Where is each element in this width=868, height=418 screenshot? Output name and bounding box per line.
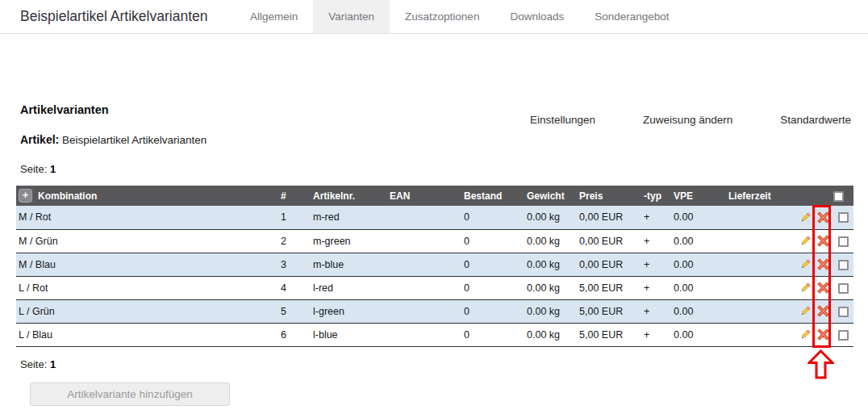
cell-bestand: 0 [461,206,524,229]
variant-row: M / Grün 2 m-green 0 0.00 kg 0,00 EUR + … [16,229,853,253]
row-checkbox[interactable] [838,330,849,341]
plus-icon[interactable]: + [19,189,32,203]
cell-preis: 5,00 EUR [577,299,641,323]
delete-x-icon[interactable] [817,328,829,341]
col-header-typ: -typ [641,186,671,206]
page-label: Seite: [20,163,47,175]
variants-table: +Kombination # Artikelnr. EAN Bestand Ge… [16,186,853,347]
cell-edit [795,253,813,276]
cell-nr: 3 [278,253,311,276]
cell-delete [813,276,831,299]
pencil-icon[interactable] [799,282,812,294]
cell-lieferzeit [726,299,795,323]
cell-ean [387,323,461,346]
cell-vpe: 0.00 [671,299,726,323]
cell-artikelnr: m-red [311,206,387,229]
cell-select [831,276,853,299]
col-header-nr: # [278,186,311,206]
cell-nr: 6 [278,323,311,346]
cell-kombination: L / Rot [16,276,278,299]
delete-x-icon[interactable] [817,235,829,247]
topbar: Beispielartikel Artikelvarianten Allgeme… [0,0,868,34]
cell-preis: 0,00 EUR [577,229,641,253]
cell-select [831,299,853,323]
cell-preis: 0,00 EUR [577,206,641,229]
cell-kombination: L / Grün [16,299,278,323]
variant-row: L / Grün 5 l-green 0 0.00 kg 5,00 EUR + … [16,299,853,323]
cell-nr: 2 [278,229,311,253]
row-checkbox[interactable] [838,212,849,223]
cell-delete [813,299,831,323]
row-checkbox[interactable] [838,236,849,247]
cell-kombination: M / Blau [16,253,278,276]
tab-sonderangebot[interactable]: Sonderangebot [579,0,684,33]
page-label: Seite: [20,358,47,370]
cell-nr: 1 [278,206,311,229]
pencil-icon[interactable] [799,235,812,247]
tab-varianten[interactable]: Varianten [313,0,390,33]
row-checkbox[interactable] [838,307,849,317]
cell-edit [795,206,813,229]
cell-preis: 0,00 EUR [577,253,641,276]
variant-row: M / Rot 1 m-red 0 0.00 kg 0,00 EUR + 0.0… [16,206,853,229]
col-header-select [831,186,853,206]
cell-ean [387,229,461,253]
cell-lieferzeit [726,229,795,253]
cell-typ: + [641,323,671,346]
row-checkbox[interactable] [838,260,849,270]
page-number: 1 [50,358,56,370]
pencil-icon[interactable] [799,305,812,317]
action-standardwerte[interactable]: Standardwerte [780,114,851,126]
cell-vpe: 0.00 [671,229,726,253]
cell-typ: + [641,206,671,229]
cell-gewicht: 0.00 kg [524,253,577,276]
cell-vpe: 0.00 [671,323,726,346]
cell-bestand: 0 [461,299,524,323]
delete-x-icon[interactable] [817,211,829,224]
cell-artikelnr: l-blue [311,323,387,346]
cell-preis: 5,00 EUR [577,323,641,346]
col-header-preis: Preis [577,186,641,206]
cell-edit [795,299,813,323]
pencil-icon[interactable] [799,258,812,270]
variant-row: L / Rot 4 l-red 0 0.00 kg 5,00 EUR + 0.0… [16,276,853,299]
pencil-icon[interactable] [799,211,812,224]
tab-downloads[interactable]: Downloads [495,0,579,33]
col-header-delete [813,186,831,206]
cell-typ: + [641,276,671,299]
tab-zusatzoptionen[interactable]: Zusatzoptionen [390,0,495,33]
cell-nr: 4 [278,276,311,299]
add-variant-button[interactable]: Artikelvariante hinzufügen [30,382,230,406]
article-label: Artikel: [20,133,59,146]
col-header-ean: EAN [387,186,461,206]
cell-lieferzeit [726,276,795,299]
delete-x-icon[interactable] [817,305,829,317]
cell-kombination: M / Grün [16,229,278,253]
cell-ean [387,206,461,229]
col-header-artikelnr: Artikelnr. [311,186,387,206]
delete-x-icon[interactable] [817,282,829,294]
select-all-checkbox[interactable] [833,191,844,202]
cell-gewicht: 0.00 kg [524,276,577,299]
tab-allgemein[interactable]: Allgemein [235,0,313,33]
cell-bestand: 0 [461,276,524,299]
action-zuweisung-aendern[interactable]: Zuweisung ändern [643,114,732,126]
variant-row: L / Blau 6 l-blue 0 0.00 kg 5,00 EUR + 0… [16,323,853,346]
cell-ean [387,276,461,299]
cell-delete [813,206,831,229]
product-variants-page: Beispielartikel Artikelvarianten Allgeme… [0,0,868,418]
action-links: Einstellungen Zuweisung ändern Standardw… [530,114,851,126]
cell-artikelnr: l-red [311,276,387,299]
action-einstellungen[interactable]: Einstellungen [530,114,595,126]
pencil-icon[interactable] [799,328,812,341]
page-title: Beispielartikel Artikelvarianten [0,0,235,33]
cell-artikelnr: m-green [311,229,387,253]
cell-bestand: 0 [461,323,524,346]
col-header-label: Kombination [38,190,97,202]
delete-x-icon[interactable] [817,258,829,270]
cell-bestand: 0 [461,229,524,253]
cell-select [831,229,853,253]
row-checkbox[interactable] [838,283,849,294]
cell-delete [813,253,831,276]
cell-edit [795,229,813,253]
